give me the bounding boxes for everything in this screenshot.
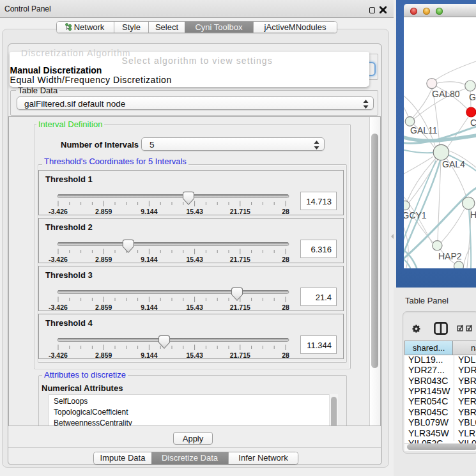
svg-text:9.144: 9.144 bbox=[141, 351, 157, 359]
svg-text:HAP2: HAP2 bbox=[438, 251, 462, 261]
svg-text:15.43: 15.43 bbox=[186, 351, 203, 359]
svg-text:GA: GA bbox=[469, 92, 476, 102]
svg-text:-3.426: -3.426 bbox=[49, 351, 68, 359]
svg-text:21.715: 21.715 bbox=[230, 208, 250, 215]
svg-text:21.715: 21.715 bbox=[230, 351, 250, 359]
svg-text:9.144: 9.144 bbox=[141, 303, 157, 311]
svg-text:15.43: 15.43 bbox=[186, 256, 203, 263]
svg-text:GAL11: GAL11 bbox=[410, 125, 438, 135]
svg-text:28: 28 bbox=[282, 208, 289, 215]
svg-text:9.144: 9.144 bbox=[141, 208, 157, 215]
svg-text:C: C bbox=[470, 118, 476, 128]
svg-text:-3.426: -3.426 bbox=[49, 208, 68, 215]
svg-text:15.43: 15.43 bbox=[186, 208, 203, 215]
svg-text:-3.426: -3.426 bbox=[49, 303, 68, 311]
svg-text:-3.426: -3.426 bbox=[49, 256, 68, 263]
svg-text:2.859: 2.859 bbox=[95, 303, 112, 311]
svg-text:2.859: 2.859 bbox=[95, 256, 112, 263]
svg-text:15.43: 15.43 bbox=[186, 303, 203, 311]
svg-text:GCY1: GCY1 bbox=[404, 210, 427, 220]
svg-text:H: H bbox=[470, 210, 476, 220]
svg-text:2.859: 2.859 bbox=[95, 351, 112, 359]
svg-text:21.715: 21.715 bbox=[230, 303, 250, 311]
svg-text:GAL4: GAL4 bbox=[442, 159, 465, 169]
svg-text:28: 28 bbox=[282, 256, 289, 263]
svg-text:9.144: 9.144 bbox=[141, 256, 157, 263]
svg-text:GAL80: GAL80 bbox=[432, 89, 460, 99]
svg-text:2.859: 2.859 bbox=[95, 208, 112, 215]
svg-text:21.715: 21.715 bbox=[230, 256, 250, 263]
svg-text:28: 28 bbox=[282, 351, 289, 359]
svg-text:28: 28 bbox=[282, 303, 289, 311]
